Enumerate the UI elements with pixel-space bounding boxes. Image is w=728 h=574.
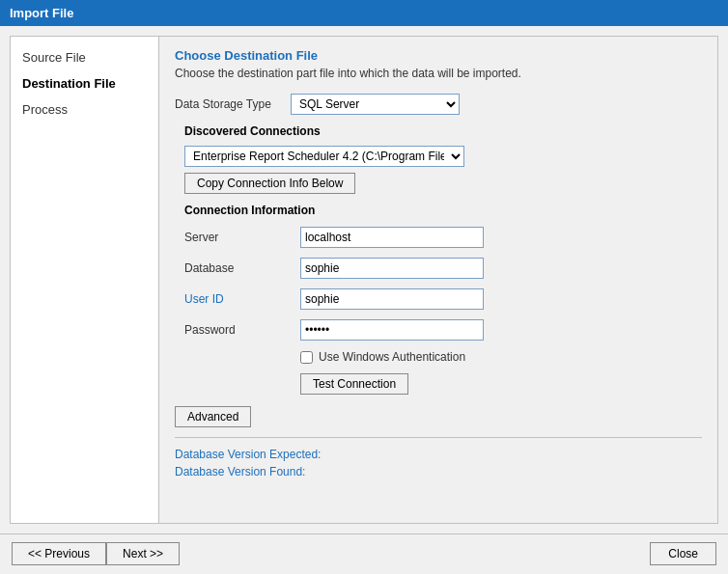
- footer-left: << Previous Next >>: [12, 542, 180, 565]
- main-content: Source File Destination File Process Cho…: [0, 26, 728, 533]
- title-bar: Import File: [0, 0, 728, 26]
- close-button[interactable]: Close: [650, 542, 716, 565]
- footer: << Previous Next >> Close: [0, 533, 728, 573]
- advanced-button[interactable]: Advanced: [175, 406, 251, 427]
- discovered-connection-select[interactable]: Enterprise Report Scheduler 4.2 (C:\Prog…: [184, 146, 464, 167]
- previous-button[interactable]: << Previous: [12, 542, 106, 565]
- password-label: Password: [184, 323, 300, 337]
- divider: [175, 437, 702, 438]
- password-input[interactable]: [300, 319, 484, 341]
- data-storage-type-label: Data Storage Type: [175, 97, 291, 111]
- section-subtitle: Choose the destination part file into wh…: [175, 67, 702, 80]
- server-row: Server: [184, 227, 702, 248]
- database-label: Database: [184, 261, 300, 275]
- connection-info-title: Connection Information: [184, 204, 702, 217]
- content-panel: Choose Destination File Choose the desti…: [159, 36, 718, 524]
- sidebar-item-process[interactable]: Process: [11, 96, 158, 123]
- windows-auth-checkbox[interactable]: [300, 351, 313, 364]
- dialog-body: Source File Destination File Process Cho…: [0, 26, 728, 573]
- test-connection-button[interactable]: Test Connection: [300, 373, 408, 395]
- next-button[interactable]: Next >>: [106, 542, 180, 565]
- footer-right: Close: [650, 542, 716, 565]
- section-title: Choose Destination File: [175, 48, 702, 63]
- db-version-found-label: Database Version Found:: [175, 465, 702, 478]
- server-label: Server: [184, 231, 300, 244]
- copy-connection-button[interactable]: Copy Connection Info Below: [184, 173, 355, 194]
- advanced-row: Advanced: [175, 406, 702, 427]
- database-input[interactable]: [300, 258, 484, 279]
- sidebar: Source File Destination File Process: [10, 36, 159, 524]
- discovered-connections-title: Discovered Connections: [184, 124, 702, 138]
- database-row: Database: [184, 258, 702, 279]
- server-input[interactable]: [300, 227, 484, 248]
- data-storage-type-row: Data Storage Type SQL Server Access Orac…: [175, 94, 702, 115]
- sidebar-item-destination-file[interactable]: Destination File: [11, 70, 158, 96]
- sidebar-item-source-file[interactable]: Source File: [11, 44, 158, 70]
- windows-auth-row: Use Windows Authentication: [300, 350, 702, 364]
- userid-input[interactable]: [300, 288, 484, 310]
- userid-row: User ID: [184, 288, 702, 310]
- title-text: Import File: [10, 6, 73, 20]
- userid-label: User ID: [184, 292, 300, 306]
- data-storage-type-select[interactable]: SQL Server Access Oracle: [291, 94, 460, 115]
- discovered-connections: Enterprise Report Scheduler 4.2 (C:\Prog…: [184, 146, 702, 194]
- discovered-connections-section: Discovered Connections Enterprise Report…: [184, 124, 702, 395]
- test-connection-row: Test Connection: [300, 373, 702, 395]
- windows-auth-label: Use Windows Authentication: [319, 350, 465, 364]
- password-row: Password: [184, 319, 702, 341]
- db-version-expected-label: Database Version Expected:: [175, 448, 702, 461]
- db-version-section: Database Version Expected: Database Vers…: [175, 448, 702, 478]
